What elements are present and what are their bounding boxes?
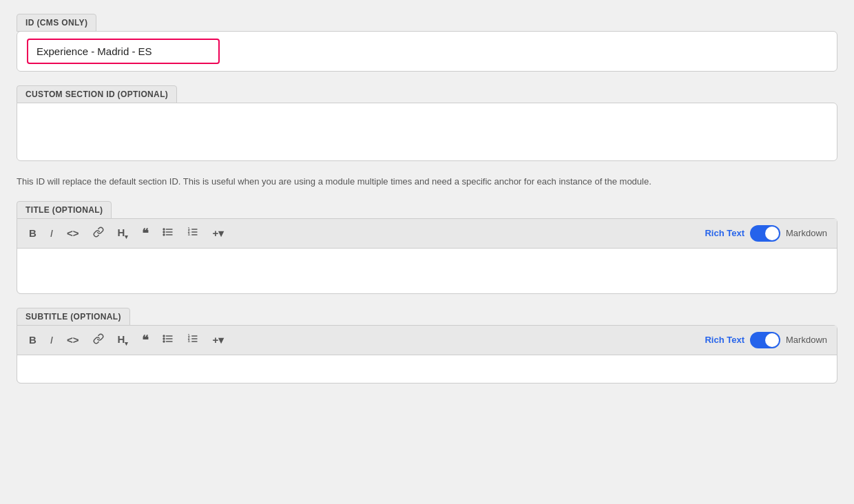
svg-point-4 — [163, 231, 165, 233]
subtitle-bullet-list-icon[interactable] — [160, 332, 176, 348]
title-rich-text-section: B I <> H▾ ❝ 1.2.3. +▾ Rich Text Markdown — [17, 218, 837, 294]
svg-point-17 — [163, 341, 165, 342]
title-italic-icon[interactable]: I — [48, 226, 55, 240]
subtitle-section-label: SUBTITLE (OPTIONAL) — [17, 308, 130, 326]
custom-section-id-block: CUSTOM SECTION ID (OPTIONAL) — [17, 85, 837, 161]
title-heading-icon[interactable]: H▾ — [116, 225, 131, 242]
subtitle-more-icon[interactable]: +▾ — [210, 333, 226, 348]
subtitle-toggle-switch[interactable] — [750, 332, 780, 348]
custom-section-field-box — [17, 103, 837, 161]
title-toggle-switch[interactable] — [750, 225, 780, 242]
title-code-icon[interactable]: <> — [65, 226, 81, 240]
title-markdown-label: Markdown — [786, 228, 827, 238]
subtitle-link-icon[interactable] — [91, 332, 106, 348]
id-cms-only-label: ID (CMS ONLY) — [17, 14, 96, 32]
title-section-block: TITLE (OPTIONAL) B I <> H▾ ❝ 1.2.3. +▾ R… — [17, 201, 837, 294]
title-toggle-knob — [765, 227, 779, 240]
subtitle-rich-text-label: Rich Text — [705, 335, 744, 345]
subtitle-italic-icon[interactable]: I — [48, 333, 55, 347]
title-bold-icon[interactable]: B — [27, 226, 39, 240]
svg-point-16 — [163, 338, 165, 339]
title-ordered-list-icon[interactable]: 1.2.3. — [185, 225, 200, 241]
title-section-label: TITLE (OPTIONAL) — [17, 201, 112, 219]
id-input[interactable] — [27, 39, 220, 64]
id-cms-only-section: ID (CMS ONLY) — [17, 14, 837, 72]
subtitle-toolbar: B I <> H▾ ❝ 1.2.3. +▾ Rich Text Markdown — [17, 326, 837, 355]
title-link-icon[interactable] — [91, 225, 106, 241]
title-rich-text-label: Rich Text — [705, 228, 744, 238]
title-toolbar: B I <> H▾ ❝ 1.2.3. +▾ Rich Text Markdown — [17, 219, 837, 249]
subtitle-toggle-group: Rich Text Markdown — [705, 332, 827, 348]
svg-text:3.: 3. — [188, 339, 191, 343]
title-more-icon[interactable]: +▾ — [210, 226, 226, 241]
subtitle-toggle-knob — [765, 333, 779, 347]
svg-point-3 — [163, 229, 165, 230]
title-quote-icon[interactable]: ❝ — [140, 224, 151, 242]
subtitle-heading-icon[interactable]: H▾ — [116, 332, 131, 348]
custom-section-helper-text: This ID will replace the default section… — [17, 175, 837, 189]
title-bullet-list-icon[interactable] — [160, 225, 176, 241]
subtitle-bold-icon[interactable]: B — [27, 333, 39, 347]
subtitle-code-icon[interactable]: <> — [65, 333, 81, 347]
custom-section-input[interactable] — [27, 110, 827, 151]
svg-point-15 — [163, 335, 165, 337]
svg-text:3.: 3. — [188, 233, 191, 236]
subtitle-section-block: SUBTITLE (OPTIONAL) B I <> H▾ ❝ 1.2.3. +… — [17, 308, 837, 384]
subtitle-text-area[interactable] — [17, 355, 837, 383]
custom-section-label: CUSTOM SECTION ID (OPTIONAL) — [17, 85, 177, 103]
subtitle-quote-icon[interactable]: ❝ — [140, 331, 151, 349]
title-toggle-group: Rich Text Markdown — [705, 225, 827, 242]
title-text-area[interactable] — [17, 249, 837, 293]
subtitle-markdown-label: Markdown — [786, 335, 827, 345]
id-field-box — [17, 31, 837, 72]
subtitle-ordered-list-icon[interactable]: 1.2.3. — [185, 332, 200, 348]
subtitle-rich-text-section: B I <> H▾ ❝ 1.2.3. +▾ Rich Text Markdown — [17, 325, 837, 384]
svg-point-5 — [163, 234, 165, 235]
